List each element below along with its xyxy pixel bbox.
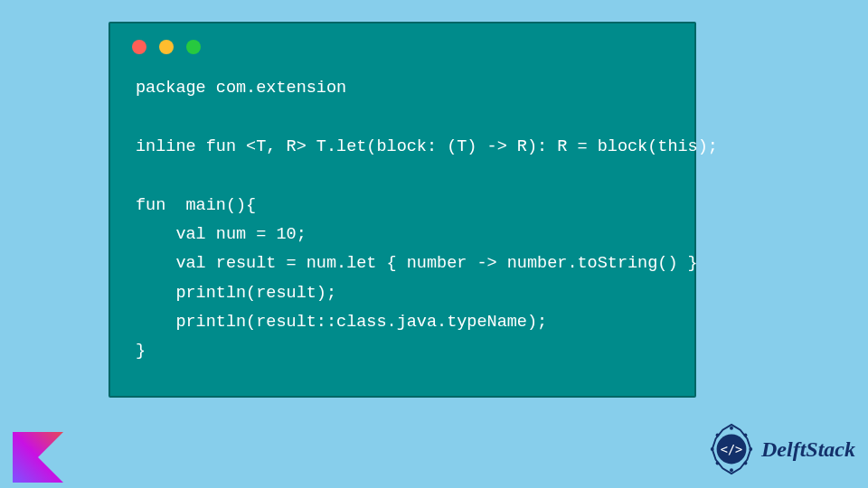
svg-point-11 <box>716 434 720 437</box>
svg-point-8 <box>730 468 733 472</box>
svg-text:</>: </> <box>721 442 742 456</box>
delftstack-branding: </> DelftStack <box>705 423 855 475</box>
svg-point-5 <box>744 434 748 437</box>
delftstack-logo-icon: </> <box>705 423 758 475</box>
delftstack-label: DelftStack <box>761 437 855 462</box>
minimize-icon <box>159 40 174 54</box>
svg-point-10 <box>711 447 714 451</box>
zoom-icon <box>186 40 201 54</box>
kotlin-logo-icon <box>13 432 63 483</box>
svg-point-9 <box>716 462 720 465</box>
code-content: package com.extension inline fun <T, R> … <box>110 63 694 378</box>
code-window: package com.extension inline fun <T, R> … <box>108 22 696 398</box>
svg-point-4 <box>730 427 733 430</box>
window-titlebar <box>110 23 694 63</box>
svg-marker-0 <box>13 432 63 483</box>
svg-point-7 <box>744 462 748 465</box>
svg-point-6 <box>749 447 752 451</box>
close-icon <box>132 40 146 54</box>
